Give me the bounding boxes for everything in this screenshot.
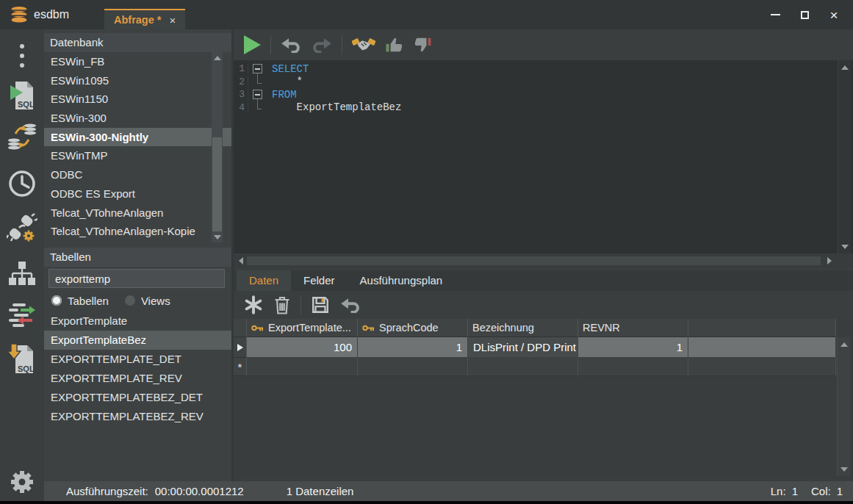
table-list-item[interactable]: EXPORTTEMPLATE_REV (44, 369, 231, 388)
database-list-item[interactable]: ESWin-300 (44, 109, 231, 128)
table-list-item[interactable]: ExportTemplateBez (44, 331, 231, 350)
table-filter-input[interactable] (48, 269, 225, 288)
editor-vertical-scrollbar[interactable] (838, 60, 851, 253)
title-bar: esdbm Abfrage * × × (0, 0, 853, 29)
new-row-selector-cell[interactable]: * (234, 358, 247, 376)
database-list-item[interactable]: ESWin1150 (44, 90, 231, 109)
connection-plug-icon[interactable] (0, 213, 44, 242)
schema-hierarchy-icon[interactable] (0, 260, 44, 287)
toolbar-separator (300, 295, 301, 314)
radio-tables-label: Tabellen (68, 295, 109, 307)
grid-cell[interactable] (688, 337, 836, 358)
grid-new-cell[interactable] (358, 358, 468, 376)
scroll-up-icon[interactable] (838, 339, 850, 350)
code-text: * (272, 76, 303, 87)
table-list-item[interactable]: EXPORTTEMPLATE_DET (44, 350, 231, 369)
grid-column-header[interactable]: ExportTemplate... (247, 319, 358, 337)
grid-vertical-scrollbar[interactable] (837, 337, 850, 476)
bottom-edge (0, 501, 853, 504)
results-tab-ausfhrungsplan[interactable]: Ausführungsplan (348, 270, 456, 291)
undo-icon[interactable] (281, 37, 301, 53)
line-number: 3 (237, 89, 248, 100)
save-changes-icon[interactable] (311, 295, 330, 314)
thumbs-down-icon[interactable] (414, 37, 431, 53)
scroll-right-icon[interactable] (824, 253, 835, 268)
database-list-item[interactable]: ESWin1095 (44, 71, 231, 90)
database-list-item[interactable]: ODBC (44, 165, 231, 184)
results-tab-daten[interactable]: Daten (237, 270, 291, 291)
thumbs-up-icon[interactable] (386, 37, 403, 53)
svg-text:SQL: SQL (18, 364, 35, 373)
grid-new-cell[interactable] (247, 358, 358, 376)
radio-views[interactable]: Views (125, 295, 170, 307)
revert-undo-icon[interactable] (340, 297, 361, 313)
code-text: FROM (272, 89, 297, 101)
data-compare-icon[interactable] (0, 303, 44, 328)
grid-cell[interactable]: 1 (358, 337, 468, 358)
grid-cell[interactable]: DLisPrint / DPD Print (468, 337, 578, 358)
add-row-asterisk-icon[interactable] (244, 295, 263, 314)
grid-new-cell[interactable] (468, 358, 578, 376)
grid-column-header[interactable]: SprachCode (358, 319, 468, 337)
scrollbar-thumb[interactable] (247, 256, 821, 265)
object-explorer-panel: Datenbank ESWin_FBESWin1095ESWin1150ESWi… (44, 29, 231, 481)
row-selector-cell[interactable] (234, 337, 247, 358)
scroll-up-icon[interactable] (212, 52, 223, 63)
fold-guide-line (248, 76, 266, 89)
table-list-item[interactable]: EXPORTTEMPLATEBEZ_REV (44, 407, 231, 426)
scrollbar-thumb[interactable] (212, 137, 222, 231)
table-list-item[interactable]: EXPORTTEMPLATEBEZ_DET (44, 388, 231, 407)
grid-new-cell[interactable] (578, 358, 688, 376)
history-clock-icon[interactable] (0, 169, 44, 198)
row-count: 1 Datenzeilen (287, 485, 354, 497)
database-list-item[interactable]: Telcat_VTohneAnlagen (44, 204, 231, 223)
grid-column-header[interactable]: Bezeichnung (468, 319, 578, 337)
table-list-item[interactable]: ExportTemplate (44, 312, 231, 331)
minimize-button[interactable] (760, 0, 790, 29)
scroll-left-icon[interactable] (235, 253, 247, 268)
database-panel-header: Datenbank (44, 33, 231, 52)
scroll-down-icon[interactable] (838, 241, 851, 252)
database-list-item[interactable]: ODBC ES Export (44, 184, 231, 204)
editor-horizontal-scrollbar[interactable] (234, 253, 853, 268)
col-value: 1 (837, 485, 843, 497)
database-list-item[interactable]: ESWinTMP (44, 146, 231, 165)
radio-tables[interactable]: Tabellen (51, 295, 109, 307)
database-list-scrollbar[interactable] (212, 52, 223, 242)
primary-key-icon (362, 324, 375, 332)
results-tab-felder[interactable]: Felder (291, 270, 348, 291)
grid-new-cell[interactable] (688, 358, 836, 376)
database-list-item[interactable]: ESWin-300-Nightly (44, 128, 231, 147)
database-list-item[interactable]: Telcat_VTohneAnlagen-Kopie (44, 222, 231, 241)
new-row-asterisk-icon: * (238, 361, 242, 373)
import-sql-file-icon[interactable]: SQL (0, 342, 44, 376)
settings-gear-icon[interactable] (0, 469, 44, 495)
commit-handshake-icon[interactable] (352, 36, 375, 54)
redo-icon[interactable] (312, 37, 332, 53)
grid-cell[interactable]: 1 (578, 337, 688, 358)
tab-close-icon[interactable]: × (169, 15, 176, 26)
grid-cell[interactable]: 100 (247, 337, 358, 358)
query-tab[interactable]: Abfrage * × (104, 9, 185, 29)
grid-column-header[interactable] (688, 319, 836, 337)
sql-editor[interactable]: 1SELECT2*3FROM4ExportTemplateBez (234, 60, 853, 253)
scroll-down-icon[interactable] (838, 464, 850, 475)
close-button[interactable]: × (819, 0, 849, 29)
execute-play-icon[interactable] (244, 35, 261, 54)
delete-row-trash-icon[interactable] (273, 295, 291, 315)
line-number: 2 (237, 76, 248, 87)
database-list-item[interactable]: ESWin_FB (44, 52, 231, 71)
execution-time-label: Ausführungszeit: (66, 485, 148, 497)
scroll-down-icon[interactable] (212, 231, 223, 242)
kebab-menu-icon[interactable] (0, 44, 44, 68)
line-number: 1 (237, 63, 248, 74)
run-sql-file-icon[interactable]: SQL (0, 79, 44, 112)
database-list: ESWin_FBESWin1095ESWin1150ESWin-300ESWin… (44, 52, 231, 242)
maximize-button[interactable] (790, 0, 819, 29)
line-label: Ln: (771, 485, 786, 497)
grid-column-header[interactable]: REVNR (578, 319, 688, 337)
app-title: esdbm (34, 0, 69, 29)
column-header-label: REVNR (583, 322, 620, 334)
scroll-up-icon[interactable] (838, 62, 851, 73)
database-sync-icon[interactable] (0, 122, 44, 151)
